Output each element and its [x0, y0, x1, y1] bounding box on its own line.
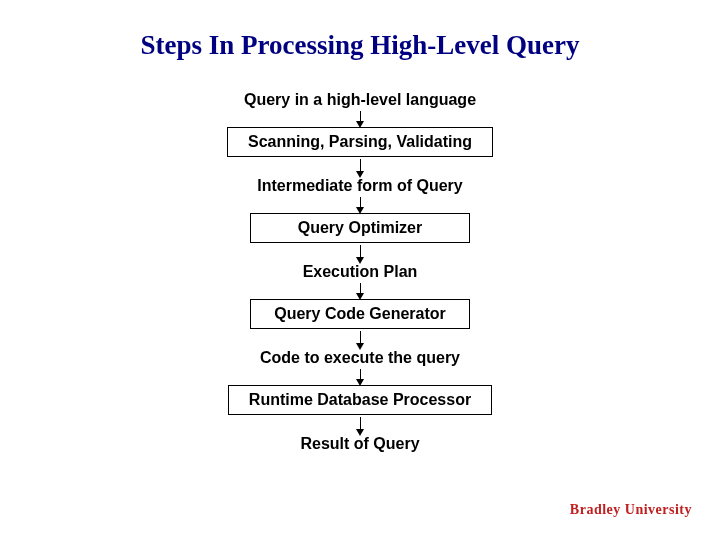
box-code-generator: Query Code Generator — [250, 299, 470, 329]
box-query-optimizer: Query Optimizer — [250, 213, 470, 243]
step-intermediate-form: Intermediate form of Query — [257, 177, 462, 195]
arrow-down-icon — [360, 111, 361, 123]
page-title: Steps In Processing High-Level Query — [0, 0, 720, 61]
step-input-query: Query in a high-level language — [244, 91, 476, 109]
flow-diagram: Query in a high-level language Scanning,… — [0, 91, 720, 453]
step-execution-plan: Execution Plan — [303, 263, 418, 281]
box-scanning-parsing: Scanning, Parsing, Validating — [227, 127, 493, 157]
arrow-down-icon — [360, 245, 361, 259]
box-runtime-processor: Runtime Database Processor — [228, 385, 492, 415]
arrow-down-icon — [360, 331, 361, 345]
step-result: Result of Query — [300, 435, 419, 453]
arrow-down-icon — [360, 283, 361, 295]
arrow-down-icon — [360, 369, 361, 381]
footer-branding: Bradley University — [570, 502, 692, 518]
arrow-down-icon — [360, 417, 361, 431]
step-code-to-execute: Code to execute the query — [260, 349, 460, 367]
arrow-down-icon — [360, 159, 361, 173]
arrow-down-icon — [360, 197, 361, 209]
